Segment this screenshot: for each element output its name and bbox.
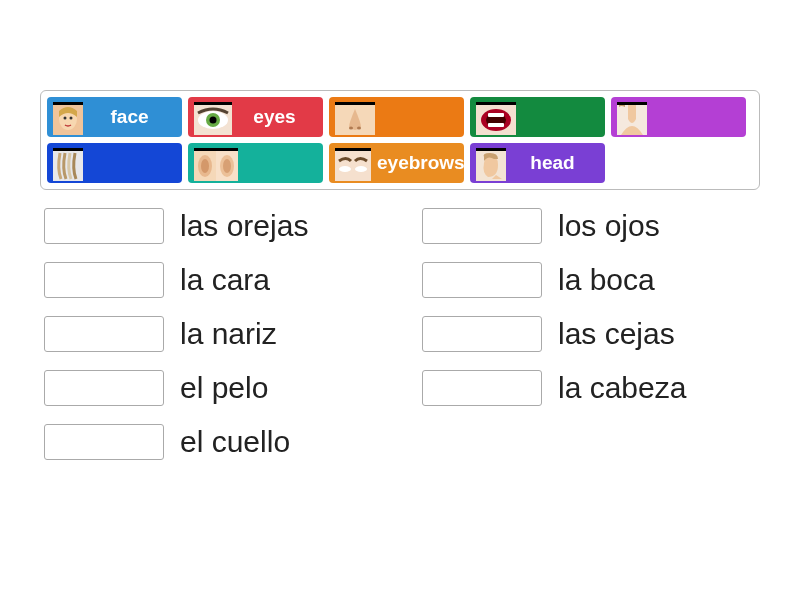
svg-point-2 [64, 117, 67, 120]
neck-icon [617, 102, 647, 132]
word-bank: faceeyes eyebrowshead [40, 90, 760, 190]
target-label: los ojos [558, 209, 660, 243]
tile-label: eyebrows [371, 152, 471, 174]
tile-hair[interactable] [47, 143, 182, 183]
dropzone[interactable] [44, 424, 164, 460]
dropzone[interactable] [422, 316, 542, 352]
target-row: la cara [44, 262, 382, 298]
dropzone[interactable] [422, 370, 542, 406]
target-label: el pelo [180, 371, 268, 405]
svg-rect-14 [488, 113, 504, 117]
svg-rect-24 [335, 151, 371, 181]
tile-head[interactable]: head [470, 143, 605, 183]
svg-point-21 [201, 159, 209, 173]
target-label: las orejas [180, 209, 308, 243]
target-label: la cara [180, 263, 270, 297]
target-row: el pelo [44, 370, 382, 406]
targets-left-column: las orejasla carala narizel peloel cuell… [44, 208, 382, 478]
dropzone[interactable] [422, 208, 542, 244]
ears-icon [194, 148, 238, 178]
target-label: la cabeza [558, 371, 686, 405]
svg-point-10 [357, 127, 361, 130]
tile-mouth[interactable] [470, 97, 605, 137]
face-woman-icon [53, 102, 83, 132]
target-row: los ojos [422, 208, 760, 244]
head-side-icon [476, 148, 506, 178]
target-label: la nariz [180, 317, 277, 351]
dropzone[interactable] [44, 208, 164, 244]
target-label: la boca [558, 263, 655, 297]
svg-point-7 [210, 117, 217, 124]
tile-label: eyes [247, 106, 301, 128]
mouth-icon [476, 102, 516, 132]
target-row: las orejas [44, 208, 382, 244]
target-row: la boca [422, 262, 760, 298]
tile-face[interactable]: face [47, 97, 182, 137]
svg-point-23 [223, 159, 231, 173]
target-row: las cejas [422, 316, 760, 352]
bank-row-1: faceeyes [47, 97, 753, 137]
targets-area: las orejasla carala narizel peloel cuell… [40, 208, 760, 478]
tile-label: head [524, 152, 580, 174]
tile-eyes[interactable]: eyes [188, 97, 323, 137]
target-label: las cejas [558, 317, 675, 351]
svg-point-26 [355, 166, 367, 172]
tile-nose[interactable] [329, 97, 464, 137]
bank-row-2: eyebrowshead [47, 143, 753, 183]
eye-icon [194, 102, 232, 132]
dropzone[interactable] [422, 262, 542, 298]
svg-point-3 [70, 117, 73, 120]
tile-ears[interactable] [188, 143, 323, 183]
tile-eyebrows[interactable]: eyebrows [329, 143, 464, 183]
svg-point-25 [339, 166, 351, 172]
target-row: la cabeza [422, 370, 760, 406]
dropzone[interactable] [44, 370, 164, 406]
tile-neck[interactable] [611, 97, 746, 137]
dropzone[interactable] [44, 316, 164, 352]
eyebrows-icon [335, 148, 371, 178]
target-label: el cuello [180, 425, 290, 459]
dropzone[interactable] [44, 262, 164, 298]
targets-right-column: los ojosla bocalas cejasla cabeza [422, 208, 760, 478]
target-row: la nariz [44, 316, 382, 352]
hair-icon [53, 148, 83, 178]
target-row: el cuello [44, 424, 382, 460]
svg-point-9 [349, 127, 353, 130]
svg-rect-15 [488, 123, 504, 127]
tile-label: face [104, 106, 154, 128]
nose-icon [335, 102, 375, 132]
